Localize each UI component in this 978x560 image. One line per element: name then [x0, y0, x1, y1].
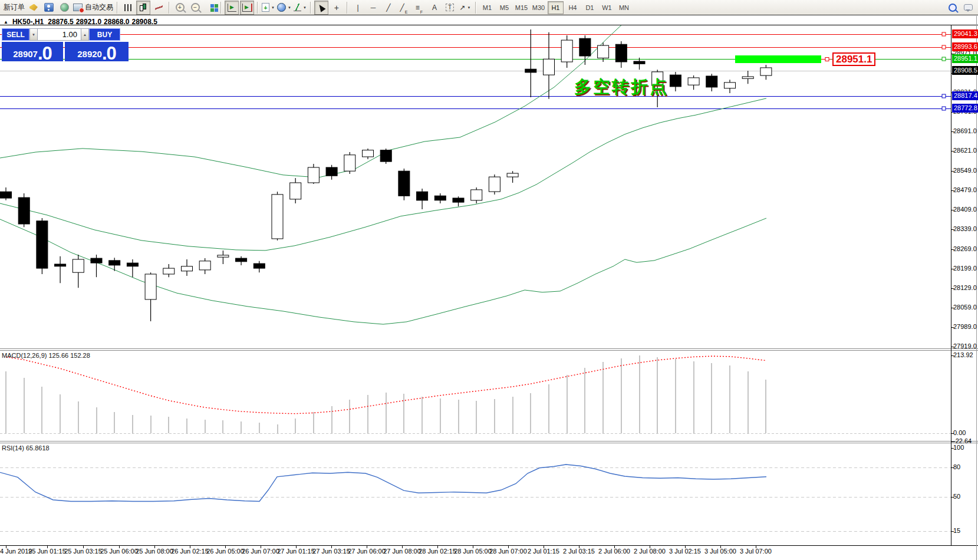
time-axis-label: 26 Jun 05:00	[206, 548, 244, 555]
timeframe-m30-button[interactable]: M30	[531, 1, 546, 14]
price-line-label: 29041.3	[952, 29, 978, 38]
candle	[489, 177, 500, 192]
vertical-line-icon: |	[357, 4, 358, 12]
candle	[218, 255, 229, 257]
time-axis-label: 28 Jun 07:00	[489, 548, 527, 555]
timeframe-mn-button[interactable]: MN	[616, 1, 632, 14]
volume-input[interactable]	[38, 28, 81, 41]
line-handle[interactable]	[942, 107, 946, 110]
price-tick-label: 28199.0	[953, 265, 977, 272]
timeframe-h1-button[interactable]: H1	[548, 1, 564, 14]
new-chart-icon[interactable]: +▼	[261, 1, 275, 15]
sell-button[interactable]: SELL	[2, 28, 29, 41]
channel-icon[interactable]: ╱E	[397, 1, 411, 15]
timeframe-w1-button[interactable]: W1	[599, 1, 615, 14]
text-icon[interactable]: A	[427, 1, 442, 15]
chat-icon	[964, 4, 973, 11]
template-icon[interactable]: ▼	[293, 1, 307, 15]
horizontal-line-icon[interactable]: ─	[366, 1, 380, 15]
bollinger-middle-band	[0, 98, 766, 251]
line-handle[interactable]	[942, 32, 946, 36]
new-order-button[interactable]: 新订单	[3, 1, 25, 15]
candle	[742, 77, 753, 78]
cursor-icon[interactable]	[314, 1, 328, 15]
candle	[91, 258, 102, 263]
price-tick-label: 28621.0	[953, 147, 977, 154]
candle	[725, 83, 736, 88]
autotrading-button[interactable]: 自动交易	[73, 1, 114, 15]
timeframe-h4-button[interactable]: H4	[565, 1, 581, 14]
zoom-in-icon[interactable]: +	[173, 1, 187, 15]
rsi-label: RSI(14) 65.8618	[2, 444, 50, 452]
line-handle[interactable]	[942, 94, 946, 98]
tag-handle[interactable]	[825, 58, 829, 61]
vertical-line-icon[interactable]: |	[351, 1, 365, 15]
price-tick-label: 28691.0	[953, 127, 977, 135]
macd-tick-label: 0.00	[953, 429, 966, 437]
time-axis-label: 2 Jul 06:00	[598, 548, 630, 555]
community-icon[interactable]	[42, 1, 56, 15]
line-handle[interactable]	[942, 45, 946, 49]
zoom-out-icon[interactable]: −	[188, 1, 202, 15]
label-icon: T	[446, 4, 454, 11]
line-handle[interactable]	[942, 57, 946, 61]
time-axis-label: 25 Jun 03:15	[64, 548, 102, 555]
candle	[380, 150, 391, 162]
chevron-down-icon[interactable]: ▼	[288, 6, 291, 9]
tile-windows-icon[interactable]	[203, 1, 218, 15]
search-icon[interactable]	[946, 1, 960, 15]
chart-text-annotation[interactable]: 多空转折点	[574, 75, 669, 99]
time-axis-label: 4 Jun 2019	[0, 548, 32, 555]
chart-shift-icon[interactable]: ▶	[240, 1, 254, 15]
timeframe-m15-button[interactable]: M15	[513, 1, 529, 14]
green-rectangle-object[interactable]	[735, 55, 821, 63]
chevron-down-icon[interactable]: ▼	[303, 6, 307, 9]
time-axis-label: 2 Jul 08:00	[634, 548, 666, 555]
candle	[544, 59, 555, 75]
period-icon[interactable]: ▼	[276, 1, 292, 15]
new-chart-icon: +	[262, 3, 269, 12]
crosshair-icon: +	[334, 3, 339, 12]
bollinger-lower-band	[0, 218, 766, 324]
volume-increase-button[interactable]: ▲	[81, 28, 89, 41]
chevron-down-icon[interactable]: ▼	[271, 6, 275, 9]
bar-chart-icon[interactable]	[121, 1, 135, 15]
chat-icon[interactable]	[961, 1, 975, 15]
rsi-tick-label: 80	[953, 463, 960, 471]
price-tick-label: 28479.0	[953, 186, 977, 194]
price-line-label: 28951.1	[952, 54, 978, 63]
signals-icon[interactable]	[57, 1, 71, 15]
candlestick-chart-icon[interactable]	[136, 1, 150, 15]
timeframe-d1-button[interactable]: D1	[582, 1, 598, 14]
candle	[199, 261, 210, 270]
megaphone-icon[interactable]	[27, 1, 41, 15]
shapes-icon[interactable]: ↗▼	[458, 1, 472, 15]
price-tag-label[interactable]: 28951.1	[832, 52, 875, 66]
bollinger-upper-band	[0, 0, 648, 177]
fibonacci-icon[interactable]: ≡F	[412, 1, 426, 15]
crosshair-icon[interactable]: +	[330, 1, 344, 15]
collapse-icon[interactable]: ▲	[4, 19, 8, 25]
rsi-line	[0, 465, 766, 502]
time-axis-label: 2 Jul 01:15	[528, 548, 559, 555]
autotrading-icon	[73, 4, 83, 11]
timeframe-m1-button[interactable]: M1	[479, 1, 495, 14]
buy-button[interactable]: BUY	[89, 28, 120, 41]
trendline-icon[interactable]: ╱	[381, 1, 396, 15]
sell-price[interactable]: 28907 .0	[2, 42, 63, 61]
buy-price[interactable]: 28920 .0	[65, 42, 129, 61]
auto-scroll-icon[interactable]: ▶	[225, 1, 239, 15]
chevron-down-icon[interactable]: ▼	[467, 6, 471, 9]
line-chart-icon[interactable]	[152, 1, 166, 15]
label-icon[interactable]: T	[443, 1, 457, 15]
shapes-icon: ↗	[459, 4, 465, 12]
chart-shift-icon: ▶	[242, 4, 252, 12]
chart-svg[interactable]	[0, 0, 978, 560]
timeframe-m5-button[interactable]: M5	[496, 1, 512, 14]
candle	[561, 40, 572, 62]
macd-label: MACD(12,26,9) 125.66 152.28	[2, 352, 90, 359]
text-icon: A	[432, 4, 437, 12]
volume-decrease-button[interactable]: ▼	[29, 28, 38, 41]
time-axis-label: 27 Jun 03:15	[312, 548, 350, 555]
toolbar: 新订单自动交易+−▶▶+▼▼▼+|─╱╱E≡FAT↗▼M1M5M15M30H1H…	[0, 0, 978, 15]
